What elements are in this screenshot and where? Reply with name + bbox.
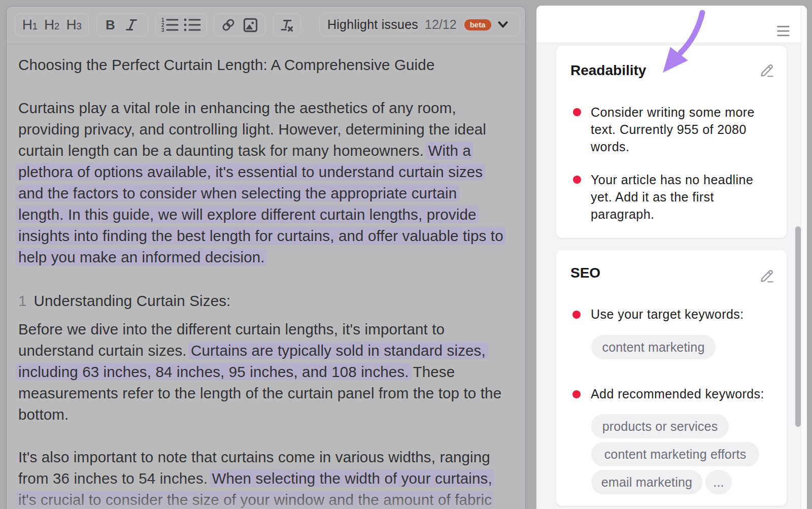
- svg-text:3: 3: [161, 27, 164, 32]
